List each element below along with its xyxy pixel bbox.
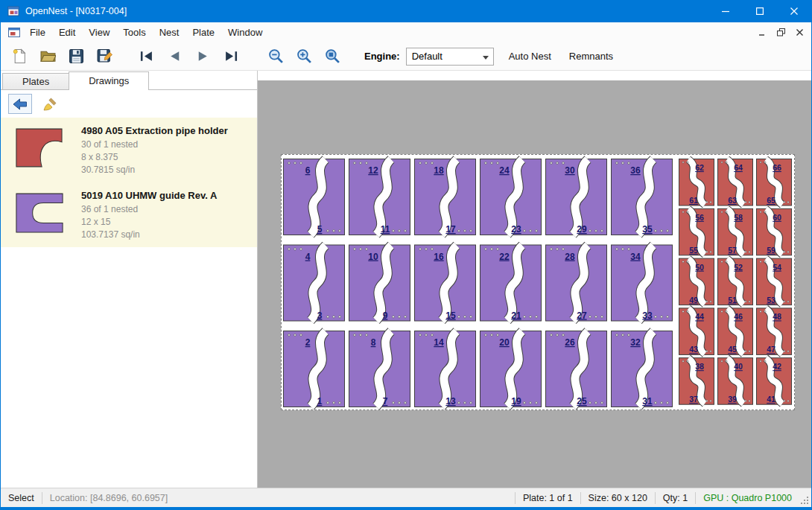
tabstrip: Plates Drawings <box>1 71 257 90</box>
part-number: 49 <box>689 296 698 305</box>
nest-purple-pair[interactable]: 3635 <box>612 159 673 235</box>
part-number: 57 <box>728 246 737 255</box>
maximize-button[interactable] <box>743 0 777 22</box>
part-number: 2 <box>305 337 311 348</box>
nest-purple-pair[interactable]: 2019 <box>480 331 542 407</box>
nest-red-pair[interactable]: 4847 <box>757 308 792 355</box>
mdi-document-icon[interactable] <box>8 28 20 37</box>
drawings-list: 4980 A05 Extraction pipe holder30 of 1 n… <box>1 118 257 488</box>
nest-purple-pair[interactable]: 3433 <box>612 245 673 321</box>
nest-purple-pair[interactable]: 2423 <box>480 159 542 235</box>
menu-item-tools[interactable]: Tools <box>116 23 152 42</box>
drawing-item[interactable]: 5019 A10 UHMW guide Rev. A36 of 1 nested… <box>1 182 257 247</box>
nest-red-pair[interactable]: 4443 <box>679 308 714 355</box>
engine-selected-value: Default <box>412 51 443 62</box>
close-button[interactable] <box>777 0 811 22</box>
part-number: 27 <box>577 310 587 321</box>
zoom-fit-button[interactable] <box>323 46 342 67</box>
mdi-minimize-button[interactable] <box>754 25 770 40</box>
nest-red-pair[interactable]: 5857 <box>718 208 753 255</box>
part-number: 12 <box>368 165 378 176</box>
part-number: 40 <box>734 362 743 371</box>
nest-red-pair[interactable]: 5251 <box>718 258 753 305</box>
nest-purple-pair[interactable]: 65 <box>284 159 345 235</box>
zoom-out-icon <box>268 48 284 64</box>
part-number: 29 <box>577 224 587 235</box>
part-number: 52 <box>734 263 743 272</box>
menu-item-view[interactable]: View <box>82 23 116 42</box>
nest-purple-pair[interactable]: 3029 <box>546 159 607 235</box>
nest-purple-pair[interactable]: 3231 <box>612 331 673 407</box>
nest-purple-pair[interactable]: 1615 <box>415 245 476 321</box>
menu-item-window[interactable]: Window <box>221 23 269 42</box>
zoom-in-button[interactable] <box>294 46 314 67</box>
status-gpu: GPU : Quadro P1000 <box>696 493 799 503</box>
nest-red-pair[interactable]: 5049 <box>679 258 714 305</box>
zoom-out-button[interactable] <box>266 46 285 67</box>
window-controls <box>708 0 811 22</box>
content-area: Plates Drawings 4980 A05 Extraction pipe… <box>1 71 811 488</box>
nest-purple-pair[interactable]: 21 <box>284 331 345 407</box>
part-number: 10 <box>368 252 378 262</box>
nest-purple-pair[interactable]: 43 <box>284 245 345 321</box>
nest-purple-pair[interactable]: 109 <box>349 245 410 321</box>
nest-purple-pair[interactable]: 1211 <box>349 159 410 235</box>
drawing-area: 30.7815 sq/in <box>81 164 228 176</box>
mdi-restore-button[interactable] <box>773 25 789 40</box>
part-number: 8 <box>371 337 376 348</box>
nest-red-pair[interactable]: 4645 <box>718 308 753 355</box>
resize-grip-icon[interactable] <box>799 495 810 506</box>
nest-red-pair[interactable]: 5453 <box>757 258 792 305</box>
nest-red-pair[interactable]: 6463 <box>718 159 753 206</box>
nest-purple-pair[interactable]: 1817 <box>415 159 476 235</box>
menu-item-file[interactable]: File <box>23 23 52 42</box>
part-number: 47 <box>767 345 775 354</box>
status-location: Location: [84.8696, 60.6957] <box>42 493 175 503</box>
nest-red-pair[interactable]: 5655 <box>679 208 714 255</box>
mdi-close-button[interactable] <box>791 25 808 40</box>
save-as-button[interactable] <box>95 46 114 67</box>
save-button[interactable] <box>66 46 86 67</box>
nest-purple-pair[interactable]: 2827 <box>546 245 607 321</box>
part-number: 32 <box>630 337 641 348</box>
nest-purple-pair[interactable]: 87 <box>349 331 410 407</box>
mdi-restore-icon <box>777 28 785 36</box>
send-back-button[interactable] <box>8 94 32 114</box>
nest-red-pair[interactable]: 4039 <box>718 358 753 405</box>
nest-purple-pair[interactable]: 2625 <box>546 331 607 407</box>
drawing-item[interactable]: 4980 A05 Extraction pipe holder30 of 1 n… <box>1 118 257 182</box>
menu-item-plate[interactable]: Plate <box>185 23 221 42</box>
part-number: 30 <box>565 165 575 176</box>
nest-red-pair[interactable]: 3837 <box>679 358 714 405</box>
tab-plates[interactable]: Plates <box>2 73 69 89</box>
nest-red-pair[interactable]: 6665 <box>757 159 792 206</box>
nav-first-button[interactable] <box>136 46 156 67</box>
engine-select[interactable]: Default <box>406 48 494 66</box>
nest-canvas[interactable]: 6512111817242330293635431091615222128273… <box>258 71 811 488</box>
minimize-button[interactable] <box>708 0 743 22</box>
nav-last-button[interactable] <box>221 46 241 67</box>
nav-next-button[interactable] <box>193 46 212 67</box>
part-number: 46 <box>734 312 743 321</box>
nest-red-pair[interactable]: 6059 <box>757 208 792 255</box>
tab-drawings[interactable]: Drawings <box>69 71 149 90</box>
part-number: 39 <box>728 395 737 404</box>
nest-red-pair[interactable]: 6261 <box>679 159 714 206</box>
auto-nest-button[interactable]: Auto Nest <box>506 47 554 66</box>
plate[interactable]: 6512111817242330293635431091615222128273… <box>281 154 795 410</box>
nest-purple-pair[interactable]: 1413 <box>415 331 476 407</box>
open-button[interactable] <box>38 46 57 67</box>
status-qty: Qty: 1 <box>656 493 695 503</box>
clean-button[interactable] <box>38 94 62 114</box>
remnants-button[interactable]: Remnants <box>566 47 616 66</box>
part-number: 25 <box>577 396 587 407</box>
part-number: 20 <box>499 337 510 348</box>
nest-red-pair[interactable]: 4241 <box>757 358 792 405</box>
part-number: 14 <box>434 337 444 348</box>
menu-item-edit[interactable]: Edit <box>52 23 82 42</box>
nest-purple-pair[interactable]: 2221 <box>480 245 542 321</box>
menu-item-nest[interactable]: Nest <box>153 23 186 42</box>
maximize-icon <box>756 7 764 15</box>
new-button[interactable] <box>10 46 29 67</box>
nav-prev-button[interactable] <box>165 46 184 67</box>
